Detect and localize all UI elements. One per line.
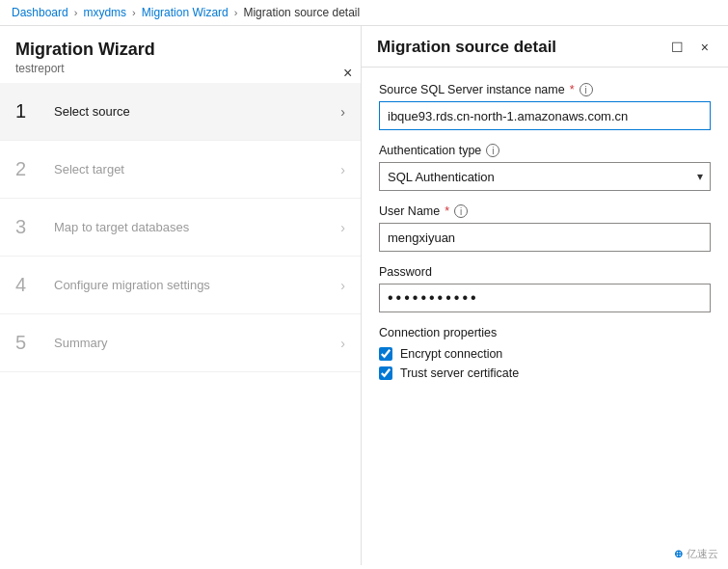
step-number-3: 3	[15, 216, 42, 238]
breadcrumb-dashboard[interactable]: Dashboard	[12, 6, 68, 19]
step-number-1: 1	[15, 100, 42, 122]
breadcrumb-mxydms[interactable]: mxydms	[83, 6, 126, 19]
breadcrumb-current: Migration source detail	[243, 6, 360, 19]
auth-type-select-wrapper: SQL Authentication Windows Authenticatio…	[379, 162, 711, 191]
right-header: Migration source detail ☐ ×	[362, 26, 728, 68]
watermark-icon: ⊕	[674, 548, 683, 560]
step-chevron-4: ›	[340, 278, 345, 293]
username-group: User Name * i	[379, 204, 711, 252]
encrypt-connection-label: Encrypt connection	[400, 347, 502, 361]
step-label-5: Summary	[54, 336, 340, 350]
auth-type-select[interactable]: SQL Authentication Windows Authenticatio…	[379, 162, 711, 191]
step-chevron-1: ›	[340, 104, 345, 120]
username-label: User Name * i	[379, 204, 711, 218]
right-header-actions: ☐ ×	[667, 38, 713, 57]
step-label-4: Configure migration settings	[54, 278, 340, 292]
breadcrumb-sep-3: ›	[234, 7, 238, 18]
steps-list: 1 Select source › 2 Select target › 3 Ma…	[0, 83, 361, 565]
connection-properties-section: Connection properties Encrypt connection…	[379, 326, 711, 380]
step-item-3[interactable]: 3 Map to target databases ›	[0, 199, 361, 257]
encrypt-connection-row: Encrypt connection	[379, 347, 711, 361]
step-label-2: Select target	[54, 162, 340, 176]
required-star-user: *	[445, 204, 449, 218]
source-info-icon: i	[580, 83, 593, 96]
breadcrumb: Dashboard › mxydms › Migration Wizard › …	[0, 0, 728, 26]
step-label-3: Map to target databases	[54, 220, 340, 234]
watermark-text: 亿速云	[687, 547, 718, 561]
step-item-5[interactable]: 5 Summary ›	[0, 314, 361, 372]
maximize-button[interactable]: ☐	[667, 38, 688, 57]
auth-info-icon: i	[486, 144, 499, 157]
encrypt-connection-checkbox[interactable]	[379, 347, 392, 361]
step-item-4[interactable]: 4 Configure migration settings ›	[0, 257, 361, 314]
panel-close-button[interactable]: ×	[339, 63, 356, 84]
step-number-4: 4	[15, 274, 42, 296]
right-panel-title: Migration source detail	[377, 38, 556, 57]
panel-header: Migration Wizard testreport	[0, 26, 361, 83]
close-button[interactable]: ×	[697, 38, 713, 57]
panel-subtitle: testreport	[15, 62, 345, 75]
step-item-2[interactable]: 2 Select target ›	[0, 141, 361, 199]
source-instance-group: Source SQL Server instance name * i	[379, 83, 711, 130]
source-instance-input[interactable]	[379, 101, 711, 130]
required-star-source: *	[570, 83, 575, 96]
step-number-2: 2	[15, 158, 42, 180]
footer-watermark: ⊕ 亿速云	[674, 547, 718, 561]
step-number-5: 5	[15, 332, 42, 354]
step-chevron-2: ›	[340, 162, 345, 177]
left-panel: Migration Wizard testreport × 1 Select s…	[0, 26, 362, 565]
auth-type-label: Authentication type i	[379, 144, 711, 157]
auth-type-group: Authentication type i SQL Authentication…	[379, 144, 711, 191]
username-info-icon: i	[454, 204, 468, 218]
username-input[interactable]	[379, 223, 711, 252]
right-content: Source SQL Server instance name * i Auth…	[362, 68, 728, 565]
trust-cert-label: Trust server certificate	[400, 366, 519, 380]
step-chevron-3: ›	[340, 220, 345, 235]
breadcrumb-migration-wizard[interactable]: Migration Wizard	[142, 6, 229, 19]
trust-cert-row: Trust server certificate	[379, 366, 711, 380]
panel-title: Migration Wizard	[15, 40, 345, 60]
right-panel: Migration source detail ☐ × Source SQL S…	[362, 26, 728, 565]
step-item-1[interactable]: 1 Select source ›	[0, 83, 361, 141]
step-chevron-5: ›	[340, 336, 345, 351]
breadcrumb-sep-1: ›	[74, 7, 78, 18]
password-input[interactable]	[379, 284, 711, 312]
main-container: Migration Wizard testreport × 1 Select s…	[0, 26, 728, 565]
breadcrumb-sep-2: ›	[132, 7, 136, 18]
source-instance-label: Source SQL Server instance name * i	[379, 83, 711, 96]
password-label: Password	[379, 265, 711, 279]
step-label-1: Select source	[54, 104, 340, 119]
password-group: Password	[379, 265, 711, 312]
connection-props-title: Connection properties	[379, 326, 711, 339]
trust-cert-checkbox[interactable]	[379, 366, 392, 380]
